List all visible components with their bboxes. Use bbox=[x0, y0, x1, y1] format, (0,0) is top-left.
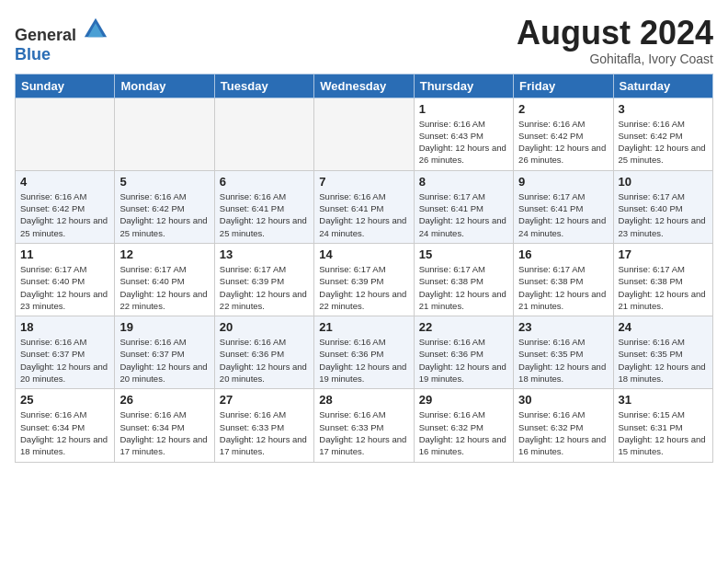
day-cell: 12Sunrise: 6:17 AMSunset: 6:40 PMDayligh… bbox=[115, 243, 214, 316]
day-cell: 16Sunrise: 6:17 AMSunset: 6:38 PMDayligh… bbox=[514, 243, 613, 316]
day-number: 30 bbox=[518, 393, 608, 407]
day-number: 16 bbox=[518, 247, 608, 261]
day-info: Sunrise: 6:16 AMSunset: 6:42 PMDaylight:… bbox=[20, 190, 109, 239]
logo-blue: Blue bbox=[15, 45, 51, 63]
day-cell bbox=[16, 98, 115, 170]
day-info: Sunrise: 6:17 AMSunset: 6:38 PMDaylight:… bbox=[619, 263, 708, 312]
day-info: Sunrise: 6:16 AMSunset: 6:34 PMDaylight:… bbox=[20, 408, 109, 457]
day-info: Sunrise: 6:16 AMSunset: 6:35 PMDaylight:… bbox=[619, 336, 708, 385]
day-number: 6 bbox=[220, 175, 309, 189]
day-number: 13 bbox=[220, 247, 309, 261]
logo-icon bbox=[83, 15, 108, 40]
day-cell bbox=[214, 98, 313, 170]
day-cell: 26Sunrise: 6:16 AMSunset: 6:34 PMDayligh… bbox=[115, 389, 214, 462]
day-number: 12 bbox=[119, 247, 209, 261]
day-number: 3 bbox=[619, 102, 708, 116]
logo-text: General Blue bbox=[15, 15, 108, 64]
day-info: Sunrise: 6:16 AMSunset: 6:33 PMDaylight:… bbox=[319, 408, 408, 457]
day-cell: 24Sunrise: 6:16 AMSunset: 6:35 PMDayligh… bbox=[613, 316, 712, 389]
day-cell: 4Sunrise: 6:16 AMSunset: 6:42 PMDaylight… bbox=[16, 170, 115, 243]
day-cell bbox=[314, 98, 414, 170]
day-info: Sunrise: 6:16 AMSunset: 6:32 PMDaylight:… bbox=[518, 408, 608, 457]
day-number: 29 bbox=[419, 393, 508, 407]
day-number: 15 bbox=[419, 247, 508, 261]
day-number: 27 bbox=[220, 393, 309, 407]
day-cell: 8Sunrise: 6:17 AMSunset: 6:41 PMDaylight… bbox=[414, 170, 513, 243]
day-info: Sunrise: 6:16 AMSunset: 6:42 PMDaylight:… bbox=[518, 118, 608, 167]
day-cell: 20Sunrise: 6:16 AMSunset: 6:36 PMDayligh… bbox=[214, 316, 313, 389]
weekday-header-row: SundayMondayTuesdayWednesdayThursdayFrid… bbox=[16, 74, 713, 98]
day-number: 26 bbox=[119, 393, 209, 407]
day-cell: 3Sunrise: 6:16 AMSunset: 6:42 PMDaylight… bbox=[613, 98, 712, 170]
weekday-header-monday: Monday bbox=[115, 74, 214, 98]
day-cell: 2Sunrise: 6:16 AMSunset: 6:42 PMDaylight… bbox=[514, 98, 613, 170]
logo: General Blue bbox=[15, 15, 108, 64]
day-info: Sunrise: 6:16 AMSunset: 6:36 PMDaylight:… bbox=[319, 336, 408, 385]
day-info: Sunrise: 6:16 AMSunset: 6:36 PMDaylight:… bbox=[220, 336, 309, 385]
day-cell: 7Sunrise: 6:16 AMSunset: 6:41 PMDaylight… bbox=[314, 170, 414, 243]
day-cell: 5Sunrise: 6:16 AMSunset: 6:42 PMDaylight… bbox=[115, 170, 214, 243]
day-info: Sunrise: 6:16 AMSunset: 6:37 PMDaylight:… bbox=[20, 336, 109, 385]
day-info: Sunrise: 6:17 AMSunset: 6:39 PMDaylight:… bbox=[220, 263, 309, 312]
day-number: 10 bbox=[619, 175, 708, 189]
weekday-header-friday: Friday bbox=[514, 74, 613, 98]
day-number: 31 bbox=[619, 393, 708, 407]
day-number: 4 bbox=[20, 175, 109, 189]
day-number: 17 bbox=[619, 247, 708, 261]
day-number: 19 bbox=[119, 320, 209, 334]
day-cell: 21Sunrise: 6:16 AMSunset: 6:36 PMDayligh… bbox=[314, 316, 414, 389]
day-info: Sunrise: 6:17 AMSunset: 6:40 PMDaylight:… bbox=[119, 263, 209, 312]
day-number: 1 bbox=[419, 102, 508, 116]
day-number: 2 bbox=[518, 102, 608, 116]
day-info: Sunrise: 6:16 AMSunset: 6:42 PMDaylight:… bbox=[619, 118, 708, 167]
day-cell: 30Sunrise: 6:16 AMSunset: 6:32 PMDayligh… bbox=[514, 389, 613, 462]
day-cell bbox=[115, 98, 214, 170]
day-info: Sunrise: 6:16 AMSunset: 6:34 PMDaylight:… bbox=[119, 408, 209, 457]
week-row-3: 11Sunrise: 6:17 AMSunset: 6:40 PMDayligh… bbox=[16, 243, 713, 316]
day-info: Sunrise: 6:17 AMSunset: 6:41 PMDaylight:… bbox=[419, 190, 508, 239]
day-number: 22 bbox=[419, 320, 508, 334]
day-cell: 15Sunrise: 6:17 AMSunset: 6:38 PMDayligh… bbox=[414, 243, 513, 316]
day-number: 9 bbox=[518, 175, 608, 189]
day-cell: 17Sunrise: 6:17 AMSunset: 6:38 PMDayligh… bbox=[613, 243, 712, 316]
day-number: 8 bbox=[419, 175, 508, 189]
day-info: Sunrise: 6:16 AMSunset: 6:33 PMDaylight:… bbox=[220, 408, 309, 457]
day-info: Sunrise: 6:16 AMSunset: 6:36 PMDaylight:… bbox=[419, 336, 508, 385]
weekday-header-thursday: Thursday bbox=[414, 74, 513, 98]
day-info: Sunrise: 6:17 AMSunset: 6:38 PMDaylight:… bbox=[419, 263, 508, 312]
calendar-table: SundayMondayTuesdayWednesdayThursdayFrid… bbox=[15, 74, 713, 463]
month-year: August 2024 bbox=[517, 15, 713, 52]
day-number: 24 bbox=[619, 320, 708, 334]
weekday-header-wednesday: Wednesday bbox=[314, 74, 414, 98]
day-info: Sunrise: 6:17 AMSunset: 6:40 PMDaylight:… bbox=[20, 263, 109, 312]
day-number: 5 bbox=[119, 175, 209, 189]
day-cell: 14Sunrise: 6:17 AMSunset: 6:39 PMDayligh… bbox=[314, 243, 414, 316]
day-info: Sunrise: 6:16 AMSunset: 6:43 PMDaylight:… bbox=[419, 118, 508, 167]
day-info: Sunrise: 6:17 AMSunset: 6:39 PMDaylight:… bbox=[319, 263, 408, 312]
location: Gohitafla, Ivory Coast bbox=[517, 52, 713, 66]
day-info: Sunrise: 6:15 AMSunset: 6:31 PMDaylight:… bbox=[619, 408, 708, 457]
day-cell: 18Sunrise: 6:16 AMSunset: 6:37 PMDayligh… bbox=[16, 316, 115, 389]
day-cell: 31Sunrise: 6:15 AMSunset: 6:31 PMDayligh… bbox=[613, 389, 712, 462]
day-number: 23 bbox=[518, 320, 608, 334]
day-cell: 25Sunrise: 6:16 AMSunset: 6:34 PMDayligh… bbox=[16, 389, 115, 462]
day-cell: 9Sunrise: 6:17 AMSunset: 6:41 PMDaylight… bbox=[514, 170, 613, 243]
day-info: Sunrise: 6:16 AMSunset: 6:41 PMDaylight:… bbox=[220, 190, 309, 239]
weekday-header-saturday: Saturday bbox=[613, 74, 712, 98]
day-cell: 6Sunrise: 6:16 AMSunset: 6:41 PMDaylight… bbox=[214, 170, 313, 243]
weekday-header-tuesday: Tuesday bbox=[214, 74, 313, 98]
day-number: 25 bbox=[20, 393, 109, 407]
day-cell: 29Sunrise: 6:16 AMSunset: 6:32 PMDayligh… bbox=[414, 389, 513, 462]
day-info: Sunrise: 6:16 AMSunset: 6:37 PMDaylight:… bbox=[119, 336, 209, 385]
day-info: Sunrise: 6:16 AMSunset: 6:42 PMDaylight:… bbox=[119, 190, 209, 239]
day-number: 20 bbox=[220, 320, 309, 334]
day-cell: 23Sunrise: 6:16 AMSunset: 6:35 PMDayligh… bbox=[514, 316, 613, 389]
week-row-1: 1Sunrise: 6:16 AMSunset: 6:43 PMDaylight… bbox=[16, 98, 713, 170]
day-number: 28 bbox=[319, 393, 408, 407]
day-cell: 28Sunrise: 6:16 AMSunset: 6:33 PMDayligh… bbox=[314, 389, 414, 462]
day-number: 21 bbox=[319, 320, 408, 334]
day-info: Sunrise: 6:16 AMSunset: 6:32 PMDaylight:… bbox=[419, 408, 508, 457]
day-number: 11 bbox=[20, 247, 109, 261]
week-row-5: 25Sunrise: 6:16 AMSunset: 6:34 PMDayligh… bbox=[16, 389, 713, 462]
day-info: Sunrise: 6:17 AMSunset: 6:41 PMDaylight:… bbox=[518, 190, 608, 239]
